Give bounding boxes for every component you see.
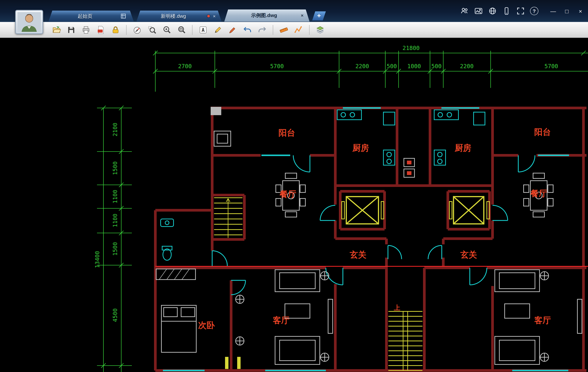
zoom-in-button[interactable]: [160, 24, 173, 36]
toolbar-separator: [192, 25, 192, 35]
tab-label: 新明楼.dwg: [142, 13, 204, 20]
tab-close-icon[interactable]: ×: [301, 13, 304, 18]
modified-indicator: [207, 15, 210, 17]
tab-strip: 起始页 新明楼.dwg × 示例图.dwg × +: [49, 10, 326, 21]
pencil-button[interactable]: [211, 24, 224, 36]
minimize-button[interactable]: —: [549, 8, 557, 14]
dim-label: 2200: [355, 63, 369, 70]
room-label-entry-right: 玄关: [460, 250, 477, 259]
measure-button[interactable]: [292, 24, 305, 36]
titlebar: 起始页 新明楼.dwg × 示例图.dwg × +: [0, 0, 588, 22]
room-label-balcony-right: 阳台: [534, 127, 551, 136]
toolbar-separator: [273, 25, 273, 35]
zoom-window-button[interactable]: [175, 24, 188, 36]
compass-button[interactable]: [131, 24, 144, 36]
dimension-labels-top: 21800 2700 5700 2200 500 1000 500 2200 5…: [178, 45, 558, 70]
mobile-icon[interactable]: [502, 6, 511, 16]
elevator-shafts: [342, 196, 490, 224]
dim-label: 5700: [545, 63, 558, 70]
tab-close-icon[interactable]: ×: [213, 13, 216, 19]
stair-direction-label: 上: [394, 304, 400, 311]
window-controls: — □ ×: [549, 8, 584, 14]
users-icon[interactable]: [460, 6, 469, 16]
room-label-balcony-left: 阳台: [278, 128, 295, 137]
dim-label: 2200: [460, 63, 473, 70]
toolbar-separator: [126, 25, 126, 35]
undo-button[interactable]: [241, 24, 254, 36]
drawing-canvas[interactable]: 21800 2700 5700 2200 500 1000 500 2200 5…: [0, 38, 588, 372]
text-tool-button[interactable]: A: [197, 24, 210, 36]
dim-label: 1100: [112, 214, 118, 227]
tab-pin-icon[interactable]: [119, 11, 128, 21]
globe-icon[interactable]: [488, 6, 497, 16]
redo-button[interactable]: [256, 24, 269, 36]
room-label-kitchen-right: 厨房: [454, 143, 471, 153]
room-label-living-right: 客厅: [534, 316, 551, 325]
dim-label: 1500: [112, 161, 118, 175]
dim-total-left: 13400: [94, 251, 101, 268]
corner-column: [211, 107, 221, 115]
floor-plan-svg: 21800 2700 5700 2200 500 1000 500 2200 5…: [0, 38, 588, 372]
tab-document-2[interactable]: 示例图.dwg ×: [224, 10, 310, 21]
tab-start-page[interactable]: 起始页: [49, 10, 134, 21]
brush-button[interactable]: [226, 24, 239, 36]
room-label-living-left: 客厅: [273, 316, 289, 325]
dim-label: 1100: [112, 190, 118, 203]
titlebar-actions: ? — □ ×: [460, 0, 584, 22]
new-tab-button[interactable]: +: [312, 11, 326, 21]
fullscreen-icon[interactable]: [516, 6, 525, 16]
dimensions-top: [153, 51, 588, 92]
zoom-select-button[interactable]: [146, 24, 158, 36]
toolbar-separator: [309, 25, 310, 35]
maximize-button[interactable]: □: [563, 8, 571, 14]
room-label-entry-left: 玄关: [350, 250, 366, 259]
dim-label: 1000: [407, 63, 421, 70]
app-window: 起始页 新明楼.dwg × 示例图.dwg × +: [0, 0, 588, 372]
image-icon[interactable]: [474, 6, 483, 16]
dim-label: 500: [431, 63, 441, 70]
lock-button[interactable]: [109, 24, 122, 36]
room-label-bedroom-left: 次卧: [198, 320, 215, 330]
dim-total-top: 21800: [403, 45, 420, 51]
layers-button[interactable]: [314, 24, 326, 36]
help-icon[interactable]: ?: [530, 7, 538, 15]
save-button[interactable]: [65, 24, 78, 36]
dim-label: 2700: [178, 63, 192, 70]
text-tool-glyph: A: [201, 27, 205, 33]
dim-label: 2100: [112, 123, 118, 136]
open-button[interactable]: [50, 24, 63, 36]
dim-label: 500: [387, 63, 397, 70]
room-label-dining-left: 餐厅: [279, 189, 296, 199]
export-pdf-button[interactable]: [94, 24, 107, 36]
dimensions-left: [97, 106, 132, 372]
avatar[interactable]: [15, 10, 43, 34]
dim-label: 5700: [270, 63, 284, 70]
close-button[interactable]: ×: [577, 8, 584, 14]
dim-label: 4500: [112, 308, 118, 322]
avatar-image: [17, 12, 41, 32]
doors: [212, 155, 535, 295]
room-label-dining-right: 餐厅: [530, 189, 547, 198]
ruler-button[interactable]: [277, 24, 290, 36]
tab-label: 示例图.dwg: [230, 12, 298, 19]
tab-document-1[interactable]: 新明楼.dwg ×: [136, 10, 222, 21]
room-label-kitchen-left: 厨房: [352, 143, 369, 153]
print-button[interactable]: [80, 24, 93, 36]
screen: 起始页 新明楼.dwg × 示例图.dwg × +: [0, 0, 588, 372]
walls: [155, 108, 587, 371]
dim-label: 1500: [112, 242, 118, 256]
dimension-labels-left: 13400 2100 1500 1100 1100 1500 4500: [94, 123, 118, 322]
toolbar: A: [0, 22, 588, 38]
tab-label: 起始页: [54, 13, 116, 20]
